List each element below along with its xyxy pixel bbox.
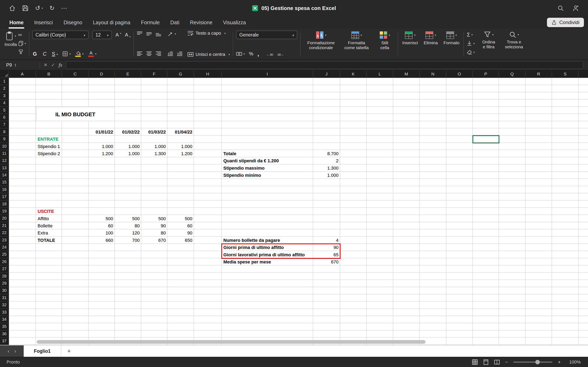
row-header-24[interactable]: 24 (0, 244, 9, 251)
tab-dati[interactable]: Dati (165, 16, 185, 29)
search-icon[interactable] (557, 5, 564, 11)
align-right-button[interactable] (156, 50, 161, 57)
cell-D11[interactable]: 1.200 (89, 150, 115, 157)
cell-I11[interactable]: Totale (222, 150, 313, 157)
cell-styles-button[interactable]: Stili cella (374, 31, 395, 57)
row-header-21[interactable]: 21 (0, 222, 9, 229)
row-header-3[interactable]: 3 (0, 92, 9, 100)
col-header-F[interactable]: F (141, 71, 167, 77)
format-as-table-button[interactable]: Formatta come tabella (341, 31, 372, 57)
view-page-layout-button[interactable] (483, 359, 489, 365)
paste-button[interactable]: Incolla (3, 31, 18, 57)
row-header-16[interactable]: 16 (0, 186, 9, 193)
col-header-I[interactable]: I (222, 71, 313, 77)
comma-format-button[interactable] (258, 51, 259, 57)
view-normal-button[interactable] (472, 359, 478, 365)
cell-J24[interactable]: 90 (313, 244, 340, 251)
col-header-M[interactable]: M (393, 71, 420, 77)
undo-button[interactable] (35, 5, 43, 11)
sheet-tab-foglio1[interactable]: Foglio1 (24, 345, 61, 357)
row-header-17[interactable]: 17 (0, 193, 9, 200)
conditional-formatting-button[interactable]: Formattazione condizionale (303, 31, 338, 57)
insert-cells-button[interactable]: Inserisci (401, 31, 419, 57)
cell-G21[interactable]: 60 (167, 222, 194, 229)
underline-button[interactable]: S (52, 51, 58, 57)
increase-decimal-button[interactable] (267, 51, 273, 57)
col-header-G[interactable]: G (167, 71, 194, 77)
row-header-13[interactable]: 13 (0, 165, 9, 172)
row-header-2[interactable]: 2 (0, 85, 9, 92)
add-sheet-button[interactable]: + (61, 345, 77, 357)
percent-format-button[interactable] (249, 51, 253, 56)
tab-disegno[interactable]: Disegno (58, 16, 87, 29)
cell-D20[interactable]: 500 (89, 215, 115, 222)
tab-revisione[interactable]: Revisione (185, 16, 218, 29)
cell-E21[interactable]: 80 (115, 222, 141, 229)
row-header-23[interactable]: 23 (0, 237, 9, 244)
horizontal-scrollbar[interactable] (37, 340, 425, 344)
cell-B21[interactable]: Bollette (36, 222, 62, 229)
row-header-30[interactable]: 30 (0, 287, 9, 294)
cell-E10[interactable]: 1.000 (115, 143, 141, 150)
cell-B9[interactable]: ENTRATE (36, 136, 62, 143)
col-header-H[interactable]: H (194, 71, 222, 77)
cell-J12[interactable]: 2 (313, 157, 340, 164)
col-header-J[interactable]: J (313, 71, 340, 77)
prev-sheet-button[interactable] (8, 349, 9, 354)
col-header-S[interactable]: S (552, 71, 579, 77)
share-button[interactable]: Condividi (547, 18, 584, 27)
cell-F20[interactable]: 500 (141, 215, 167, 222)
align-bottom-button[interactable] (156, 31, 161, 37)
col-header-N[interactable]: N (420, 71, 446, 77)
cell-G23[interactable]: 650 (167, 237, 194, 244)
row-header-31[interactable]: 31 (0, 294, 9, 301)
tab-home[interactable]: Home (4, 16, 29, 29)
zoom-slider-thumb[interactable] (535, 360, 540, 364)
cut-button[interactable] (18, 32, 26, 38)
cell-G11[interactable]: 1.200 (167, 150, 194, 157)
sheet[interactable]: IL MIO BUDGET01/01/2201/02/2201/03/2201/… (9, 78, 588, 345)
tab-visualizza[interactable]: Visualizza (218, 16, 251, 29)
row-header-15[interactable]: 15 (0, 179, 9, 186)
row-header-28[interactable]: 28 (0, 273, 9, 280)
col-header-C[interactable]: C (62, 71, 89, 77)
col-header-L[interactable]: L (367, 71, 393, 77)
next-sheet-button[interactable] (14, 349, 16, 354)
clear-button[interactable] (467, 49, 475, 55)
cell-J23[interactable]: 4 (313, 237, 340, 244)
cell-I23[interactable]: Numero bollette da pagare (222, 237, 313, 244)
delete-cells-button[interactable]: Elimina (423, 31, 439, 57)
row-header-5[interactable]: 5 (0, 107, 9, 114)
col-header-P[interactable]: P (473, 71, 499, 77)
decrease-indent-button[interactable] (167, 50, 173, 57)
cell-D21[interactable]: 60 (89, 222, 115, 229)
cell-G10[interactable]: 1.000 (167, 143, 194, 150)
number-format-select[interactable]: Generale (236, 31, 297, 39)
col-header-K[interactable]: K (340, 71, 367, 77)
cancel-entry-icon[interactable] (44, 63, 47, 67)
col-header-R[interactable]: R (526, 71, 552, 77)
row-header-25[interactable]: 25 (0, 251, 9, 258)
row-header-29[interactable]: 29 (0, 280, 9, 287)
cell-I14[interactable]: Stipendio minimo (222, 172, 313, 179)
borders-button[interactable] (62, 50, 71, 57)
tab-layout-di-pagina[interactable]: Layout di pagina (87, 16, 136, 29)
cell-D10[interactable]: 1.000 (89, 143, 115, 150)
cell-B20[interactable]: Affitto (36, 215, 62, 222)
cell-J14[interactable]: 1.000 (313, 172, 340, 179)
format-painter-button[interactable] (18, 49, 26, 55)
cell-E20[interactable]: 500 (115, 215, 141, 222)
select-all-button[interactable] (0, 71, 9, 77)
cell-F21[interactable]: 90 (141, 222, 167, 229)
bold-button[interactable]: G (32, 51, 38, 57)
cell-J13[interactable]: 1.300 (313, 165, 340, 172)
cell-E8[interactable]: 01/02/22 (115, 128, 141, 136)
autosum-button[interactable] (467, 31, 475, 38)
cell-F8[interactable]: 01/03/22 (141, 128, 167, 136)
row-header-20[interactable]: 20 (0, 215, 9, 222)
cell-B10[interactable]: Stipendio 1 (36, 143, 62, 150)
row-header-32[interactable]: 32 (0, 301, 9, 309)
tab-inserisci[interactable]: Inserisci (29, 16, 58, 29)
formula-input[interactable] (66, 61, 583, 69)
font-color-button[interactable]: A (88, 50, 96, 57)
